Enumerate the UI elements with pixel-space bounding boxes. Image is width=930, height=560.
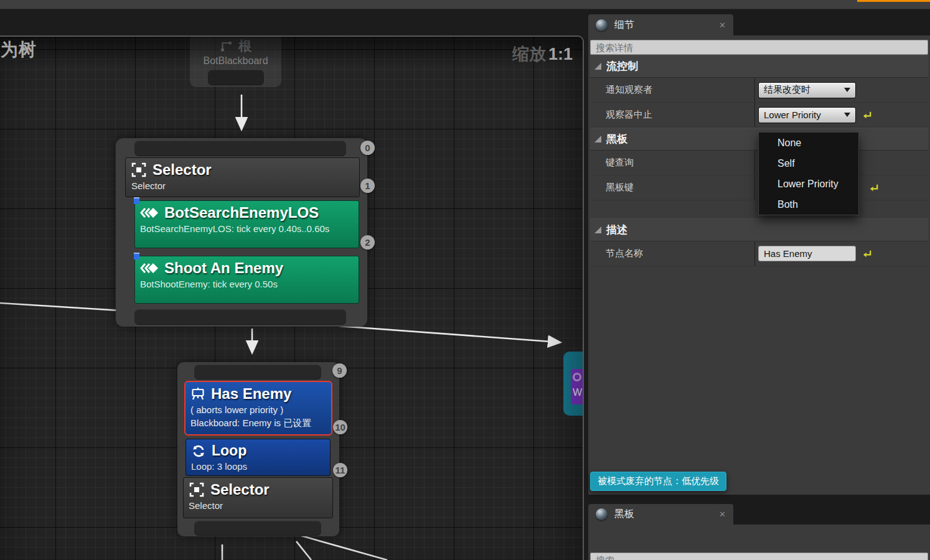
tab-details[interactable]: 细节 — [588, 14, 733, 35]
chevron-down-icon — [844, 113, 850, 117]
selector-output-pin[interactable] — [134, 309, 346, 325]
execution-index-badge: 2 — [360, 235, 375, 250]
expand-triangle-icon[interactable] — [594, 63, 601, 70]
reset-to-default-icon[interactable] — [863, 249, 872, 258]
zoom-value: 1:1 — [548, 45, 573, 63]
expand-triangle-icon[interactable] — [594, 226, 601, 233]
blackboard-tab-icon — [596, 508, 608, 520]
selector-node-title: Selector — [153, 161, 212, 179]
selector-node[interactable]: Selector Selector — [125, 157, 360, 197]
dropdown-selected-value: 结果改变时 — [764, 84, 810, 96]
selector-node-subtitle: Selector — [189, 500, 327, 511]
decorator-node-has-enemy[interactable]: Has Enemy ( aborts lower priority ) Blac… — [184, 381, 332, 436]
close-icon[interactable] — [719, 510, 726, 519]
section-description[interactable]: 描述 — [590, 218, 928, 241]
section-title: 描述 — [606, 223, 627, 237]
offscreen-node-label: W — [573, 387, 584, 398]
details-tab-icon — [596, 19, 608, 31]
reset-to-default-icon[interactable] — [870, 183, 879, 192]
selector-input-pin[interactable] — [134, 141, 346, 156]
chevron-down-icon — [844, 88, 850, 92]
menu-item-both[interactable]: Both — [759, 194, 858, 215]
node-name-input[interactable] — [758, 246, 856, 261]
property-row-node-name: 节点名称 — [590, 241, 928, 266]
blackboard-tab-label: 黑板 — [614, 508, 634, 521]
root-icon — [220, 39, 233, 53]
loop-group-output-pin[interactable] — [194, 521, 321, 536]
task-icon — [140, 206, 159, 220]
tab-blackboard[interactable]: 黑板 — [588, 504, 733, 525]
property-label: 通知观察者 — [590, 78, 755, 102]
task-node-botsearchenemylos[interactable]: BotSearchEnemyLOS BotSearchEnemyLOS: tic… — [134, 200, 359, 248]
behavior-tree-graph[interactable]: 根 BotBlackboard Selector Selector — [0, 35, 584, 560]
blackboard-search-input[interactable] — [591, 553, 928, 560]
decorator-abort-text: ( aborts lower priority ) — [190, 404, 326, 416]
details-search-bar[interactable] — [590, 40, 928, 55]
property-label: 节点名称 — [590, 241, 755, 266]
execution-index-badge: 11 — [333, 463, 347, 477]
offscreen-node-partial[interactable]: W — [563, 352, 584, 416]
reset-to-default-icon[interactable] — [863, 110, 872, 119]
selector-node-title: Selector — [210, 481, 270, 498]
property-row-notify-observer: 通知观察者 结果改变时 — [590, 78, 928, 103]
window-title-bar — [0, 0, 930, 9]
execution-index-badge: 1 — [360, 179, 375, 193]
blackboard-body — [588, 525, 930, 560]
selector-node-bottom[interactable]: Selector Selector — [183, 477, 333, 518]
details-search-input[interactable] — [591, 40, 928, 54]
execution-index-badge: 0 — [360, 141, 375, 155]
close-icon[interactable] — [719, 21, 726, 30]
blackboard-search-bar[interactable] — [590, 553, 928, 560]
dropdown-selected-value: Lower Priority — [764, 110, 821, 120]
deprecation-tooltip: 被模式废弃的节点：低优先级 — [590, 472, 726, 491]
loop-group-input-pin[interactable] — [194, 365, 321, 380]
loop-node-group[interactable]: Has Enemy ( aborts lower priority ) Blac… — [177, 362, 339, 536]
section-title: 流控制 — [606, 59, 638, 73]
selector-icon — [131, 162, 147, 178]
loop-icon — [191, 444, 206, 459]
graph-watermark-title: 行为树 — [0, 38, 37, 62]
selector-node-group[interactable]: Selector Selector BotSearchEnemyLOS BotS… — [116, 138, 367, 327]
property-row-observer-aborts: 观察器中止 Lower Priority — [590, 103, 928, 128]
menu-item-lower-priority[interactable]: Lower Priority — [759, 174, 858, 194]
root-node[interactable]: 根 BotBlackboard — [190, 35, 281, 87]
notify-observer-dropdown[interactable]: 结果改变时 — [758, 82, 856, 98]
section-title: 黑板 — [606, 132, 627, 146]
details-tab-label: 细节 — [614, 19, 634, 32]
decorator-condition-text: Blackboard: Enemy is 已设置 — [190, 417, 326, 429]
observer-aborts-dropdown[interactable]: Lower Priority — [758, 107, 856, 123]
loop-node-subtitle: Loop: 3 loops — [191, 461, 325, 472]
menu-item-none[interactable]: None — [759, 133, 858, 153]
selector-icon — [189, 482, 205, 498]
property-label: 观察器中止 — [590, 103, 755, 127]
zoom-indicator: 缩放1:1 — [512, 43, 573, 65]
window-accent-strip — [857, 0, 930, 2]
root-node-title: 根 — [238, 37, 251, 55]
task-node-title: Shoot An Enemy — [164, 259, 283, 277]
execution-index-badge: 10 — [333, 420, 347, 434]
selector-node-subtitle: Selector — [131, 180, 354, 191]
menu-item-self[interactable]: Self — [759, 153, 858, 174]
blackboard-decorator-icon — [190, 386, 205, 401]
decorator-node-loop[interactable]: Loop Loop: 3 loops — [186, 439, 331, 476]
decorator-node-title: Has Enemy — [211, 385, 291, 403]
section-flow-control[interactable]: 流控制 — [590, 55, 928, 78]
service-icon — [573, 373, 581, 381]
task-node-shoot-an-enemy[interactable]: Shoot An Enemy BotShootEnemy: tick every… — [134, 256, 359, 304]
loop-node-title: Loop — [212, 442, 247, 459]
root-node-subtitle: BotBlackboard — [190, 55, 281, 67]
zoom-label: 缩放 — [512, 45, 546, 63]
offscreen-service-node[interactable]: W — [571, 369, 584, 404]
task-icon — [140, 261, 159, 275]
task-node-subtitle: BotSearchEnemyLOS: tick every 0.40s..0.6… — [140, 223, 354, 234]
task-node-title: BotSearchEnemyLOS — [164, 204, 319, 222]
property-label: 黑板键 — [590, 175, 755, 200]
task-node-subtitle: BotShootEnemy: tick every 0.50s — [140, 279, 354, 289]
execution-index-badge: 9 — [332, 363, 347, 378]
observer-aborts-menu: None Self Lower Priority Both — [758, 132, 859, 215]
property-label: 键查询 — [590, 151, 755, 175]
details-body: 流控制 通知观察者 结果改变时 观察器中止 Lower Priority — [588, 35, 930, 495]
details-panel: 细节 流控制 通知观察者 结果改变时 观察器中止 Lower Prior — [588, 9, 930, 560]
expand-triangle-icon[interactable] — [594, 136, 601, 142]
root-output-pin[interactable] — [208, 70, 264, 85]
